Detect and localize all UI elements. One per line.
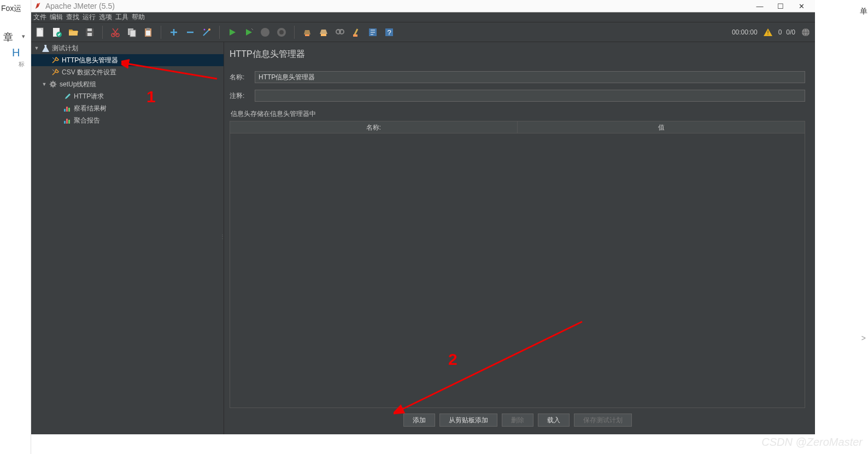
- svg-rect-38: [64, 121, 66, 124]
- tree-item-aggregate-report[interactable]: 聚合报告: [31, 114, 224, 126]
- tree-item-csv-config[interactable]: CSV 数据文件设置: [31, 66, 224, 78]
- paste-icon[interactable]: [142, 26, 154, 38]
- cut-icon[interactable]: [109, 26, 121, 38]
- play-no-pause-icon[interactable]: [243, 26, 255, 38]
- comment-input[interactable]: [255, 90, 805, 102]
- svg-rect-37: [68, 108, 70, 112]
- reset-search-icon[interactable]: [350, 26, 362, 38]
- help-icon[interactable]: ?: [383, 26, 395, 38]
- flask-icon: [41, 44, 50, 53]
- delete-button: 删除: [502, 414, 533, 427]
- external-label-fox: Fox运: [1, 4, 21, 14]
- chevron-down-icon[interactable]: ▼: [41, 82, 48, 87]
- table-col-name[interactable]: 名称:: [230, 121, 518, 133]
- shutdown-icon[interactable]: [275, 26, 288, 38]
- add-button[interactable]: 添加: [403, 414, 435, 427]
- menu-file[interactable]: 文件: [33, 13, 46, 22]
- status-time: 00:00:00: [732, 28, 758, 36]
- comment-label: 注释:: [230, 91, 249, 101]
- splitter-handle[interactable]: ⋮: [220, 234, 225, 240]
- panel-title: HTTP信息头管理器: [230, 46, 805, 68]
- copy-icon[interactable]: [126, 26, 138, 38]
- headers-table: 名称: 值: [230, 121, 805, 408]
- tree-label: HTTP信息头管理器: [62, 56, 118, 65]
- menu-tools[interactable]: 工具: [115, 13, 128, 22]
- tree-label: HTTP请求: [74, 92, 104, 101]
- name-input[interactable]: [255, 71, 805, 83]
- tree-group-setup-threadgroup[interactable]: ▼ setUp线程组: [31, 78, 224, 90]
- wand-icon[interactable]: [201, 26, 213, 38]
- save-test-plan-button: 保存测试计划: [574, 414, 632, 427]
- svg-text:?: ?: [387, 28, 391, 37]
- svg-rect-5: [87, 28, 92, 31]
- external-right-text: 单: [860, 7, 868, 16]
- clear-icon[interactable]: [301, 26, 313, 38]
- tree-panel: ▼ 测试计划 HTTP信息头管理器 CSV 数据文件设置 ▼ setUp线程组 …: [31, 42, 224, 434]
- clear-all-icon[interactable]: [318, 26, 330, 38]
- svg-rect-35: [64, 109, 66, 112]
- svg-marker-16: [230, 29, 236, 36]
- menu-search[interactable]: 查找: [66, 13, 79, 22]
- open-folder-icon[interactable]: [67, 26, 79, 38]
- table-col-value[interactable]: 值: [518, 121, 805, 133]
- remove-icon[interactable]: [184, 26, 196, 38]
- svg-rect-12: [146, 28, 150, 30]
- external-label-chapter: 章: [3, 31, 13, 44]
- toolbar-separator: [219, 26, 220, 39]
- tree-root-test-plan[interactable]: ▼ 测试计划: [31, 42, 224, 54]
- external-initial: H: [12, 46, 20, 59]
- template-icon[interactable]: [51, 26, 63, 38]
- window-close[interactable]: ✕: [791, 2, 812, 10]
- tree-label: CSV 数据文件设置: [62, 68, 116, 77]
- search-icon[interactable]: [334, 26, 346, 38]
- window-title: Apache JMeter (5.5): [45, 2, 749, 10]
- svg-point-15: [204, 28, 206, 30]
- tree-item-http-header-manager[interactable]: HTTP信息头管理器: [31, 54, 224, 66]
- svg-point-18: [261, 28, 269, 37]
- add-from-clipboard-button[interactable]: 从剪贴板添加: [439, 414, 497, 427]
- new-file-icon[interactable]: [34, 26, 46, 38]
- menu-edit[interactable]: 编辑: [50, 13, 63, 22]
- chart-icon: [63, 104, 72, 113]
- svg-point-20: [279, 30, 284, 34]
- stop-icon[interactable]: [259, 26, 271, 38]
- play-icon[interactable]: [226, 26, 238, 38]
- status-warn-count: 0: [778, 28, 782, 36]
- function-helper-icon[interactable]: [367, 26, 379, 38]
- save-icon[interactable]: [84, 26, 96, 38]
- svg-rect-21: [305, 34, 309, 36]
- window-minimize[interactable]: —: [749, 2, 770, 10]
- toolbar-separator: [161, 26, 161, 39]
- gear-icon: [49, 80, 57, 89]
- button-row: 添加 从剪贴板添加 删除 载入 保存测试计划: [230, 408, 805, 429]
- table-header: 名称: 值: [230, 121, 805, 133]
- external-right-more[interactable]: >: [861, 334, 866, 342]
- svg-rect-10: [130, 30, 136, 37]
- tree-label: 察看结果树: [74, 104, 107, 113]
- wrench-icon: [51, 68, 60, 77]
- svg-text:!: !: [767, 30, 769, 36]
- svg-point-14: [208, 28, 210, 31]
- menu-options[interactable]: 选项: [99, 13, 112, 22]
- add-icon[interactable]: [168, 26, 180, 38]
- external-label-dropdown[interactable]: ▾: [22, 33, 25, 40]
- warning-icon[interactable]: !: [762, 26, 774, 38]
- tree-item-http-request[interactable]: HTTP请求: [31, 90, 224, 102]
- chart-icon: [63, 116, 72, 125]
- jmeter-logo-icon: [34, 2, 42, 10]
- svg-rect-13: [146, 31, 150, 36]
- chevron-down-icon[interactable]: ▼: [33, 45, 40, 51]
- menu-run[interactable]: 运行: [83, 13, 96, 22]
- globe-icon[interactable]: [800, 26, 812, 38]
- svg-rect-39: [66, 119, 68, 124]
- menu-help[interactable]: 帮助: [132, 13, 145, 22]
- tree-item-view-results-tree[interactable]: 察看结果树: [31, 102, 224, 114]
- tree-label: 聚合报告: [74, 116, 100, 125]
- svg-marker-17: [246, 29, 252, 36]
- jmeter-window: Apache JMeter (5.5) — ☐ ✕ 文件 编辑 查找 运行 选项…: [31, 0, 815, 434]
- table-body[interactable]: [230, 133, 805, 408]
- external-bracket: 标: [19, 60, 25, 68]
- main-panel: HTTP信息头管理器 名称: 注释: 信息头存储在信息头管理器中 名称: 值 添…: [224, 42, 815, 434]
- load-button[interactable]: 载入: [538, 414, 570, 427]
- window-maximize[interactable]: ☐: [770, 2, 791, 10]
